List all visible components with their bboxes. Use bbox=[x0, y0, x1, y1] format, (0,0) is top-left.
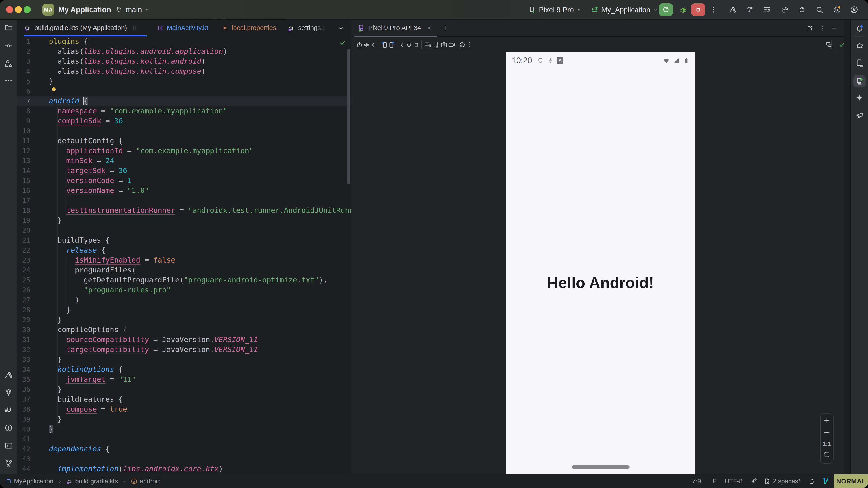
code-line-13[interactable]: 13 minSdk = 24 bbox=[17, 156, 351, 166]
ideavim-widget[interactable]: V bbox=[823, 477, 828, 486]
code-editor[interactable]: 1plugins {2 alias(libs.plugins.android.a… bbox=[17, 36, 351, 475]
tab-local-properties[interactable]: local.properties bbox=[222, 20, 276, 36]
version-control-tool-button[interactable] bbox=[4, 459, 13, 468]
profile-button[interactable] bbox=[850, 6, 858, 14]
hidden-tabs-button[interactable] bbox=[338, 25, 344, 32]
code-line-2[interactable]: 2 alias(libs.plugins.android.application… bbox=[17, 46, 351, 56]
debug-button[interactable] bbox=[679, 6, 687, 14]
whats-new-button[interactable] bbox=[855, 111, 864, 120]
code-line-3[interactable]: 3 alias(libs.plugins.kotlin.android) bbox=[17, 56, 351, 66]
breadcrumb-file[interactable]: build.gradle.kts bbox=[75, 478, 118, 485]
code-line-30[interactable]: 30 compileOptions { bbox=[17, 325, 351, 335]
apply-changes-button[interactable]: A bbox=[746, 6, 754, 14]
notifications-button[interactable] bbox=[855, 24, 864, 33]
zoom-reset-button[interactable]: 1:1 bbox=[823, 441, 831, 447]
code-line-21[interactable]: 21 buildTypes { bbox=[17, 235, 351, 245]
snapshot-reset-button[interactable] bbox=[459, 41, 465, 48]
code-line-31[interactable]: 31 sourceCompatibility = JavaVersion.VER… bbox=[17, 335, 351, 345]
volume-up-button[interactable] bbox=[363, 41, 370, 48]
code-line-5[interactable]: 5} bbox=[17, 76, 351, 86]
profiler-button[interactable] bbox=[763, 6, 771, 14]
code-line-28[interactable]: 28 } bbox=[17, 305, 351, 315]
device-selector[interactable]: Pixel 9 Pro bbox=[528, 0, 582, 20]
app-quality-insights-tool-button[interactable] bbox=[4, 388, 13, 397]
project-avatar[interactable]: MA bbox=[42, 4, 54, 15]
code-line-38[interactable]: 38 compose = true bbox=[17, 404, 351, 414]
device-manager-button[interactable] bbox=[855, 59, 864, 68]
volume-down-button[interactable] bbox=[370, 41, 377, 48]
rotate-left-button[interactable] bbox=[381, 41, 388, 48]
emulator-more-button[interactable] bbox=[466, 41, 473, 48]
new-device-tab-button[interactable] bbox=[441, 24, 449, 32]
open-in-window-button[interactable] bbox=[807, 25, 813, 32]
commit-tool-button[interactable] bbox=[4, 41, 13, 50]
code-line-8[interactable]: 8 namespace = "com.example.myapplication… bbox=[17, 106, 351, 116]
code-line-22[interactable]: 22 release { bbox=[17, 245, 351, 255]
code-line-9[interactable]: 9 compileSdk = 36 bbox=[17, 116, 351, 126]
code-line-34[interactable]: 34 kotlinOptions { bbox=[17, 364, 351, 375]
screen-record-button[interactable] bbox=[448, 41, 455, 48]
rotate-right-button[interactable] bbox=[388, 41, 396, 48]
code-line-7[interactable]: 7android { bbox=[17, 96, 351, 106]
screenshot-button[interactable] bbox=[440, 41, 447, 48]
code-line-40[interactable]: 40} bbox=[17, 424, 351, 434]
code-line-27[interactable]: 27 ) bbox=[17, 295, 351, 305]
tab-pixel-9-pro-api-34[interactable]: Pixel 9 Pro API 34 bbox=[358, 20, 432, 36]
readonly-lock-widget[interactable] bbox=[808, 478, 815, 485]
hide-panel-button[interactable] bbox=[831, 25, 838, 32]
vim-mode-badge[interactable]: NORMAL bbox=[834, 475, 868, 488]
code-line-42[interactable]: 42dependencies { bbox=[17, 444, 351, 454]
code-line-12[interactable]: 12 applicationId = "com.example.myapplic… bbox=[17, 146, 351, 156]
device-settings-button[interactable] bbox=[432, 41, 439, 48]
tab-mainactivity-kt[interactable]: MainActivity.kt bbox=[157, 20, 208, 36]
code-line-39[interactable]: 39 } bbox=[17, 414, 351, 424]
zoom-out-button[interactable] bbox=[823, 429, 831, 436]
branch-switcher[interactable]: main bbox=[116, 0, 150, 20]
code-line-18[interactable]: 18 testInstrumentationRunner = "androidx… bbox=[17, 205, 351, 215]
code-line-19[interactable]: 19 } bbox=[17, 215, 351, 225]
overview-button[interactable] bbox=[413, 41, 420, 48]
code-line-32[interactable]: 32 targetCompatibility = JavaVersion.VER… bbox=[17, 345, 351, 355]
code-line-37[interactable]: 37 buildFeatures { bbox=[17, 394, 351, 404]
breadcrumb[interactable]: MyApplication › build.gradle.kts › λ and… bbox=[5, 478, 161, 485]
code-line-36[interactable]: 36 } bbox=[17, 384, 351, 394]
code-line-11[interactable]: 11 defaultConfig { bbox=[17, 136, 351, 146]
logcat-tool-button[interactable] bbox=[4, 406, 13, 414]
resource-manager-tool-button[interactable] bbox=[4, 59, 13, 68]
gesture-navigation-handle[interactable] bbox=[572, 465, 629, 468]
tab-build-gradle-kts[interactable]: K build.gradle.kts (My Application) bbox=[24, 20, 137, 36]
code-line-25[interactable]: 25 getDefaultProguardFile("proguard-andr… bbox=[17, 275, 351, 285]
ai-assistant-status[interactable] bbox=[750, 478, 757, 485]
close-icon[interactable] bbox=[427, 25, 432, 31]
macos-close-button[interactable] bbox=[6, 6, 13, 13]
inspections-ok-icon[interactable] bbox=[339, 39, 346, 46]
code-line-17[interactable]: 17 bbox=[17, 195, 351, 205]
attach-debugger-button[interactable] bbox=[780, 6, 789, 14]
build-button[interactable] bbox=[728, 6, 737, 14]
code-line-16[interactable]: 16 versionName = "1.0" bbox=[17, 186, 351, 195]
stop-button[interactable] bbox=[691, 3, 705, 16]
code-line-23[interactable]: 23 isMinifyEnabled = false bbox=[17, 255, 351, 265]
code-line-44[interactable]: 44 implementation(libs.androidx.core.ktx… bbox=[17, 464, 351, 474]
search-everywhere-button[interactable] bbox=[815, 6, 824, 14]
zoom-fit-button[interactable] bbox=[823, 451, 831, 458]
power-button[interactable] bbox=[356, 41, 363, 48]
back-button[interactable] bbox=[399, 41, 405, 48]
code-line-4[interactable]: 4 alias(libs.plugins.kotlin.compose) bbox=[17, 66, 351, 76]
home-button[interactable] bbox=[406, 41, 412, 48]
problems-tool-button[interactable] bbox=[4, 424, 13, 432]
zoom-in-button[interactable] bbox=[823, 417, 831, 424]
breadcrumb-project[interactable]: MyApplication bbox=[14, 478, 53, 485]
indent-widget[interactable]: 2 spaces* bbox=[764, 478, 801, 485]
code-line-41[interactable]: 41 bbox=[17, 434, 351, 444]
code-line-20[interactable]: 20 bbox=[17, 225, 351, 235]
gradle-tool-button[interactable] bbox=[855, 41, 864, 50]
code-line-43[interactable]: 43 bbox=[17, 454, 351, 464]
code-line-1[interactable]: 1plugins { bbox=[17, 36, 351, 46]
run-configuration-selector[interactable]: My_Application bbox=[590, 0, 658, 20]
build-tool-button[interactable] bbox=[4, 370, 13, 379]
tab-settings-gradle[interactable]: settings.g bbox=[287, 20, 326, 36]
code-line-29[interactable]: 29 } bbox=[17, 315, 351, 325]
gemini-button[interactable] bbox=[855, 93, 864, 102]
code-line-6[interactable]: 6 bbox=[17, 86, 351, 96]
